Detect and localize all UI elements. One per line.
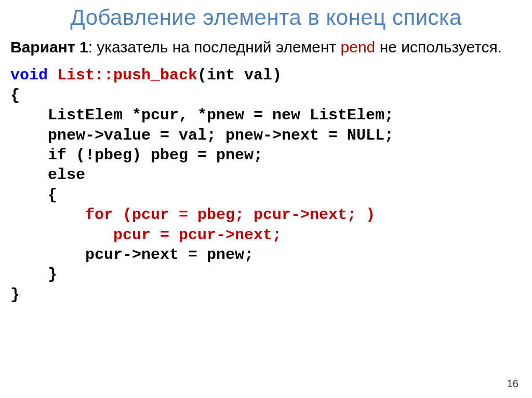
- code-line6: else: [10, 166, 85, 184]
- pend-keyword: pend: [341, 38, 376, 56]
- code-line1-rest: (int val): [197, 66, 282, 84]
- code-line3: ListElem *pcur, *pnew = new ListElem;: [10, 106, 394, 124]
- variant-label: Вариант 1: [10, 38, 88, 56]
- code-line12: }: [10, 286, 20, 304]
- code-class-method: List::push_back: [57, 66, 197, 84]
- intro-text: Вариант 1: указатель на последний элемен…: [10, 37, 522, 57]
- intro-before-pend: : указатель на последний элемент: [88, 38, 341, 56]
- code-keyword-void: void: [10, 66, 48, 84]
- code-line2: {: [10, 87, 20, 104]
- code-line10: pcur->next = pnew;: [10, 246, 254, 264]
- slide: Добавление элемента в конец списка Вариа…: [0, 0, 532, 398]
- code-line8: for (pcur = pbeg; pcur->next; ): [10, 206, 375, 224]
- intro-after-pend: не используется.: [375, 38, 502, 56]
- code-block: void List::push_back(int val) { ListElem…: [10, 65, 522, 305]
- code-line9: pcur = pcur->next;: [10, 226, 282, 244]
- page-number: 16: [507, 378, 518, 390]
- code-line4: pnew->value = val; pnew->next = NULL;: [10, 127, 394, 144]
- code-space: [48, 66, 57, 84]
- code-line7: {: [10, 186, 57, 204]
- code-line5: if (!pbeg) pbeg = pnew;: [10, 146, 263, 164]
- code-line11: }: [10, 266, 57, 283]
- slide-title: Добавление элемента в конец списка: [10, 5, 522, 30]
